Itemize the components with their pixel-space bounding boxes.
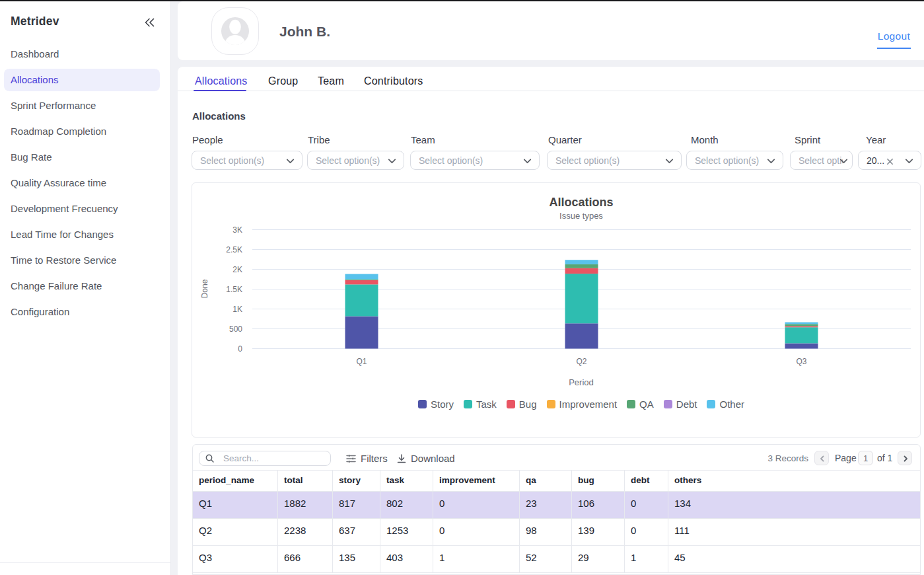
svg-text:Q1: Q1	[356, 357, 367, 366]
svg-text:Done: Done	[200, 279, 209, 298]
svg-text:2.5K: 2.5K	[226, 245, 242, 254]
svg-text:1.5K: 1.5K	[226, 285, 242, 294]
svg-text:1K: 1K	[232, 305, 242, 314]
svg-text:Period: Period	[569, 377, 594, 387]
svg-text:Allocations: Allocations	[549, 196, 613, 209]
svg-text:2K: 2K	[232, 265, 242, 274]
svg-text:0: 0	[238, 344, 242, 354]
svg-text:Q3: Q3	[796, 357, 806, 366]
svg-text:Q2: Q2	[576, 357, 586, 366]
svg-text:3K: 3K	[232, 225, 242, 235]
svg-text:Issue types: Issue types	[559, 211, 603, 221]
svg-text:500: 500	[229, 325, 242, 334]
